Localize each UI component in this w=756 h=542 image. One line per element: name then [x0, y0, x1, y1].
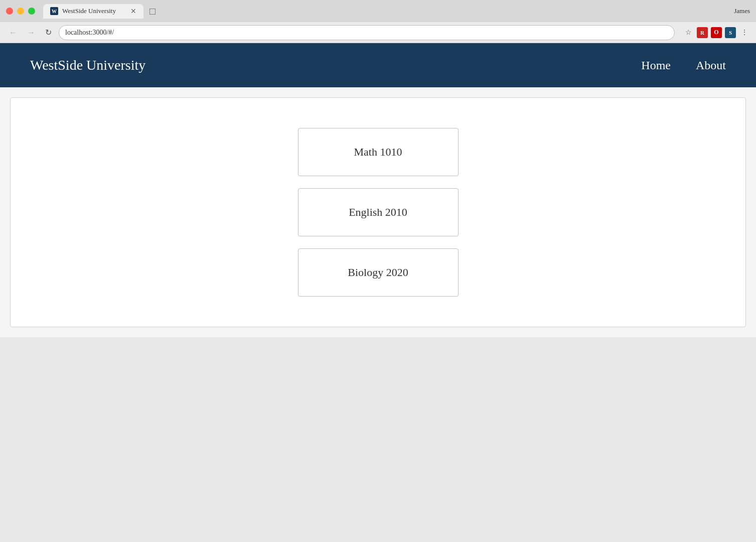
- forward-button[interactable]: →: [24, 26, 38, 39]
- user-name: James: [734, 7, 750, 15]
- site-nav: WestSide University Home About: [0, 43, 756, 87]
- tab-close-icon[interactable]: ✕: [130, 7, 136, 16]
- bookmark-icon[interactable]: ☆: [683, 27, 694, 38]
- tab-favicon-icon: W: [50, 7, 58, 15]
- browser-titlebar: W WestSide University ✕ □ James: [0, 0, 756, 22]
- new-tab-icon[interactable]: □: [147, 6, 156, 17]
- course-name-math: Math 1010: [354, 146, 402, 159]
- browser-chrome: W WestSide University ✕ □ James ← → ↻ lo…: [0, 0, 756, 43]
- main-content: Math 1010 English 2010 Biology 2020: [0, 87, 756, 337]
- course-card-english[interactable]: English 2010: [298, 188, 459, 236]
- extension-icon-red[interactable]: R: [697, 27, 708, 38]
- course-name-biology: Biology 2020: [348, 266, 408, 279]
- nav-link-about[interactable]: About: [696, 59, 726, 72]
- extension-icon-opera[interactable]: O: [711, 27, 722, 38]
- maximize-button-green[interactable]: [28, 8, 35, 15]
- more-options-icon[interactable]: ⋮: [739, 27, 750, 38]
- nav-links: Home About: [641, 59, 726, 72]
- tab-title: WestSide University: [62, 7, 116, 15]
- traffic-lights: [6, 8, 35, 15]
- close-button-red[interactable]: [6, 8, 13, 15]
- website: WestSide University Home About Math 1010…: [0, 43, 756, 337]
- browser-toolbar: ← → ↻ localhost:3000/#/ ☆ R O S ⋮: [0, 22, 756, 43]
- minimize-button-yellow[interactable]: [17, 8, 24, 15]
- course-name-english: English 2010: [349, 206, 407, 219]
- url-text: localhost:3000/#/: [65, 29, 114, 37]
- site-logo: WestSide University: [30, 57, 641, 73]
- extension-icon-blue[interactable]: S: [725, 27, 736, 38]
- back-button[interactable]: ←: [6, 26, 20, 39]
- course-card-biology[interactable]: Biology 2020: [298, 248, 459, 297]
- toolbar-icons: ☆ R O S ⋮: [683, 27, 750, 38]
- nav-link-home[interactable]: Home: [641, 59, 671, 72]
- reload-button[interactable]: ↻: [42, 26, 55, 39]
- course-card-math[interactable]: Math 1010: [298, 128, 459, 176]
- content-box: Math 1010 English 2010 Biology 2020: [10, 97, 746, 327]
- browser-tab[interactable]: W WestSide University ✕: [43, 4, 143, 19]
- address-bar[interactable]: localhost:3000/#/: [59, 25, 675, 40]
